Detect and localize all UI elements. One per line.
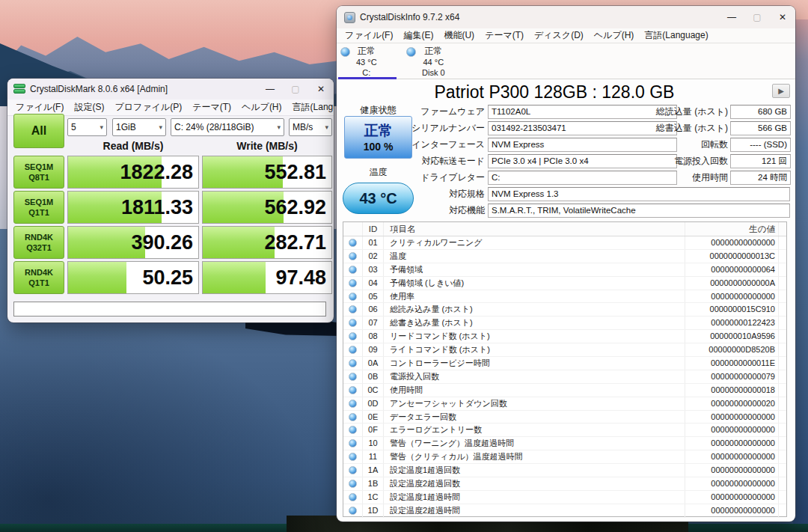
menu-item[interactable]: ファイル(F) (340, 28, 398, 43)
test-size-select[interactable]: 1GiB ▾ (112, 118, 166, 136)
attribute-id: 11 (363, 450, 384, 463)
menu-item[interactable]: ヘルプ(H) (236, 100, 287, 115)
write-result-value: 552.81 (264, 156, 326, 188)
menu-item[interactable]: ヘルプ(H) (589, 28, 640, 43)
menu-item[interactable]: テーマ(T) (480, 28, 529, 43)
menu-item[interactable]: プロファイル(P) (109, 100, 187, 115)
smart-row: 07 総書き込み量 (ホスト) 00000000122423 (343, 317, 786, 330)
smart-row: 0D アンセーフシャットダウン回数 00000000000020 (343, 397, 786, 411)
attribute-raw-value: 000000010A9596 (685, 330, 779, 343)
attribute-empty-cell (779, 437, 786, 450)
smart-row: 1B 設定温度2超過回数 00000000000000 (343, 477, 786, 491)
drive-tab-temperature: 44 °C (422, 57, 445, 67)
close-icon[interactable]: ✕ (770, 6, 795, 28)
read-column-header: Read (MB/s) (67, 140, 199, 153)
attribute-status-orb-icon (343, 397, 363, 410)
drive-tab-bar: 正常 43 °C C: 正常 44 °C Disk 0 (337, 43, 795, 79)
menu-item[interactable]: 設定(S) (69, 100, 109, 115)
menu-item[interactable]: 言語(Language) (639, 28, 713, 43)
status-column-header (343, 222, 363, 236)
diskinfo-titlebar[interactable]: CrystalDiskInfo 9.7.2 x64 — ▢ ✕ (337, 6, 795, 28)
test-type-button[interactable]: SEQ1M Q8T1 (13, 156, 64, 189)
attribute-empty-cell (779, 250, 786, 263)
diskmark-titlebar[interactable]: CrystalDiskMark 8.0.6 x64 [Admin] — ▢ ✕ (7, 79, 334, 100)
wallpaper-water-shadow (0, 314, 322, 532)
next-disk-button[interactable]: ▶ (772, 84, 790, 98)
unit-select[interactable]: MB/s ▾ (289, 118, 332, 136)
attribute-status-orb-icon (343, 437, 363, 450)
menu-item[interactable]: 編集(E) (398, 28, 438, 43)
attribute-id: 03 (363, 263, 384, 276)
comment-input[interactable] (13, 302, 326, 317)
maximize-icon[interactable]: ▢ (744, 6, 770, 28)
test-type-button[interactable]: RND4K Q1T1 (13, 261, 64, 294)
chevron-down-icon: ▾ (275, 123, 281, 131)
run-all-button[interactable]: All (13, 114, 64, 148)
read-result-value: 1822.28 (120, 156, 193, 188)
minimize-icon[interactable]: — (257, 79, 283, 100)
write-result-cell: 562.92 (202, 191, 332, 224)
desktop: CrystalDiskMark 8.0.6 x64 [Admin] — ▢ ✕ … (0, 0, 808, 532)
attribute-name: データエラー回数 (384, 411, 685, 424)
smart-row: 11 警告（クリティカル）温度超過時間 00000000000000 (343, 450, 786, 464)
attribute-raw-value: 00000000D8520B (685, 343, 779, 356)
minimize-icon[interactable]: — (719, 6, 744, 28)
test-queue-depth: Q8T1 (28, 172, 49, 183)
info-field-label: 回転数 (584, 138, 728, 152)
smart-row: 03 予備領域 00000000000064 (343, 263, 786, 277)
smart-row: 0A コントローラービジー時間 0000000000011E (343, 357, 786, 370)
attribute-status-orb-icon (343, 343, 363, 356)
close-icon[interactable]: ✕ (308, 79, 334, 100)
menu-item[interactable]: 言語(Language) (287, 100, 334, 115)
info-field-value: NVM Express 1.3 (488, 187, 790, 201)
read-result-cell: 50.25 (67, 261, 199, 294)
benchmark-row: SEQ1M Q1T1 1811.33 562.92 (7, 191, 334, 224)
smart-row: 05 使用率 00000000000000 (343, 290, 786, 304)
info-field-value: 24 時間 (730, 171, 791, 185)
menu-item[interactable]: ファイル(F) (10, 100, 69, 115)
read-result-cell: 1811.33 (67, 191, 199, 224)
attribute-id: 02 (363, 250, 384, 263)
smart-row: 09 ライトコマンド数 (ホスト) 00000000D8520B (343, 343, 786, 357)
attribute-id: 06 (363, 303, 384, 316)
menu-item[interactable]: ディスク(D) (529, 28, 589, 43)
attribute-empty-cell (779, 277, 786, 290)
write-result-value: 282.71 (264, 227, 326, 258)
attribute-id: 1A (363, 464, 384, 477)
attribute-id: 04 (363, 277, 384, 290)
smart-row: 0B 電源投入回数 00000000000079 (343, 370, 786, 384)
diskmark-window-title: CrystalDiskMark 8.0.6 x64 [Admin] (30, 84, 168, 94)
attribute-status-orb-icon (343, 277, 363, 290)
attribute-id: 0B (363, 370, 384, 383)
target-drive-select[interactable]: C: 24% (28/118GiB) ▾ (171, 118, 284, 136)
menu-item[interactable]: テーマ(T) (187, 100, 236, 115)
info-field-row: 電源投入回数 121 回 (337, 154, 795, 168)
info-field-value: 680 GB (730, 105, 791, 119)
diskmark-app-icon (13, 84, 25, 94)
attribute-status-orb-icon (343, 330, 363, 343)
attribute-raw-value: 00000000122423 (685, 317, 779, 329)
attribute-empty-cell (779, 411, 786, 424)
maximize-icon[interactable]: ▢ (283, 79, 308, 100)
benchmark-row: RND4K Q32T1 390.26 282.71 (7, 226, 334, 259)
attribute-name: 設定温度1超過時間 (384, 491, 685, 504)
attribute-status-orb-icon (343, 504, 363, 518)
drive-tab-status: 正常 (422, 46, 445, 57)
smart-row: 08 リードコマンド数 (ホスト) 000000010A9596 (343, 330, 786, 343)
attribute-status-orb-icon (343, 491, 363, 504)
test-type-button[interactable]: RND4K Q32T1 (13, 226, 64, 259)
write-result-cell: 282.71 (202, 226, 332, 259)
diskinfo-window: CrystalDiskInfo 9.7.2 x64 — ▢ ✕ ファイル(F)編… (337, 6, 795, 522)
read-result-value: 1811.33 (121, 192, 193, 223)
test-type-button[interactable]: SEQ1M Q1T1 (13, 191, 64, 224)
write-column-header: Write (MB/s) (202, 140, 332, 153)
attribute-name: クリティカルワーニング (384, 236, 685, 249)
test-count-select[interactable]: 5 ▾ (67, 118, 107, 136)
attribute-name: 総読み込み量 (ホスト) (384, 303, 685, 316)
read-result-value: 390.26 (131, 227, 193, 258)
menu-item[interactable]: 機能(U) (438, 28, 480, 43)
drive-tab[interactable]: 正常 43 °C C: (337, 43, 403, 79)
drive-tab[interactable]: 正常 44 °C Disk 0 (403, 43, 468, 79)
name-column-header: 項目名 (384, 222, 685, 236)
attribute-empty-cell (779, 290, 786, 303)
